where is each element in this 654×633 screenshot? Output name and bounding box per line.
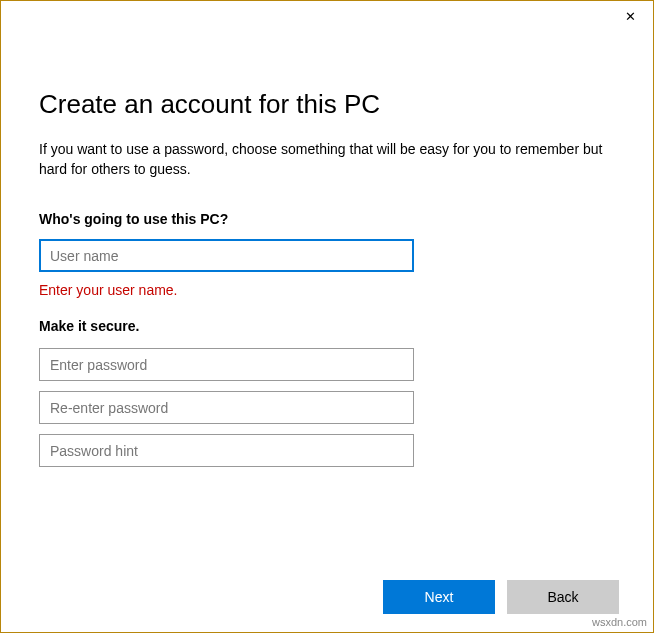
dialog-content: Create an account for this PC If you wan… (1, 31, 653, 562)
username-error: Enter your user name. (39, 282, 615, 298)
page-subtitle: If you want to use a password, choose so… (39, 140, 615, 179)
password-hint-input[interactable] (39, 434, 414, 467)
reenter-password-input[interactable] (39, 391, 414, 424)
secure-section: Make it secure. (39, 318, 615, 467)
create-account-dialog: ✕ Create an account for this PC If you w… (0, 0, 654, 633)
user-section-label: Who's going to use this PC? (39, 211, 615, 227)
close-button[interactable]: ✕ (608, 1, 653, 31)
password-input[interactable] (39, 348, 414, 381)
page-title: Create an account for this PC (39, 89, 615, 120)
user-section: Who's going to use this PC? Enter your u… (39, 211, 615, 298)
close-icon: ✕ (625, 9, 636, 24)
dialog-footer: Next Back (1, 562, 653, 632)
secure-section-label: Make it secure. (39, 318, 615, 334)
username-input[interactable] (39, 239, 414, 272)
watermark: wsxdn.com (592, 616, 647, 628)
titlebar: ✕ (1, 1, 653, 31)
next-button[interactable]: Next (383, 580, 495, 614)
back-button[interactable]: Back (507, 580, 619, 614)
